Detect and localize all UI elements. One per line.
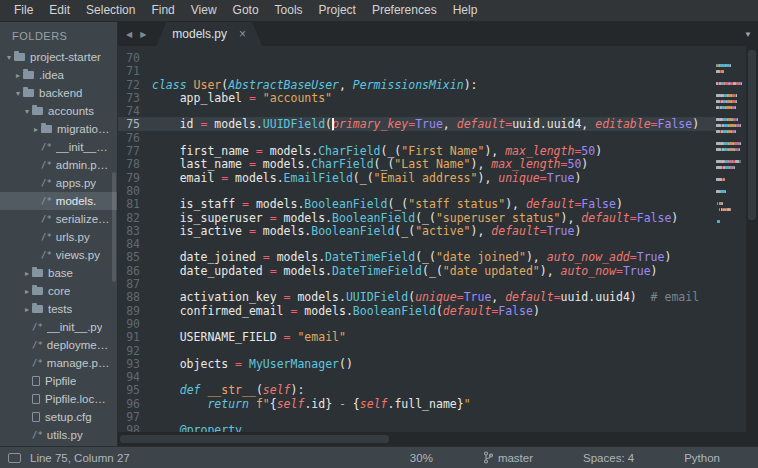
expand-arrow-icon[interactable]: ▾ [22,107,32,116]
tree-item[interactable]: /*apps.py [0,174,117,192]
tree-item[interactable]: ▾project-starter [0,48,117,66]
main-area: FOLDERS ▾project-starter▸.idea▾backend▾a… [0,22,758,446]
menu-find[interactable]: Find [143,0,182,21]
tree-item[interactable]: /*models. [0,192,117,210]
code-area[interactable]: 707172class User(AbstractBaseUser, Permi… [118,46,716,432]
code-line[interactable]: 86 date_updated = models.DateTimeField(_… [118,264,716,277]
indentation-setting[interactable]: Spaces: 4 [583,452,634,464]
expand-arrow-icon[interactable]: ▸ [22,287,32,296]
code-line[interactable]: 97 [118,410,716,423]
vertical-scrollbar-thumb[interactable] [748,50,756,220]
code-line[interactable]: 80 [118,184,716,197]
tab-forward-icon[interactable]: ▶ [140,30,146,39]
code-line[interactable]: 93 objects = MyUserManager() [118,357,716,370]
expand-arrow-icon[interactable]: ▾ [13,89,23,98]
code-line[interactable]: 87 [118,277,716,290]
tree-item[interactable]: ▾accounts [0,102,117,120]
tree-item[interactable]: setup.cfg [0,408,117,426]
code-line[interactable]: 88 activation_key = models.UUIDField(uni… [118,290,716,303]
code-line[interactable]: 83 is_active = models.BooleanField(_("ac… [118,224,716,237]
code-text [152,410,716,423]
expand-arrow-icon[interactable]: ▸ [22,269,32,278]
code-line[interactable]: 73 app_label = "accounts" [118,91,716,104]
tree-item[interactable]: /*serialize… [0,210,117,228]
code-line[interactable]: 74 [118,104,716,117]
expand-arrow-icon[interactable]: ▸ [13,71,23,80]
tree-item[interactable]: /*views.py [0,246,117,264]
tree-item[interactable]: /*__init__.py [0,318,117,336]
code-line[interactable]: 79 email = models.EmailField(_("Email ad… [118,171,716,184]
folder-icon [32,287,43,295]
horizontal-scrollbar[interactable] [118,432,758,446]
tree-item[interactable]: Pipfile.loc… [0,390,117,408]
tree-item[interactable]: Pipfile [0,372,117,390]
code-line[interactable]: 72class User(AbstractBaseUser, Permissio… [118,78,716,91]
sidebar-scrollbar[interactable] [112,172,116,282]
status-icon[interactable] [8,453,21,463]
code-line[interactable]: 71 [118,64,716,77]
tree-item[interactable]: /*urls.py [0,228,117,246]
code-line[interactable]: 81 is_staff = models.BooleanField(_("sta… [118,197,716,210]
menu-file[interactable]: File [6,0,41,21]
menu-selection[interactable]: Selection [78,0,143,21]
tree-item[interactable]: /*admin.p… [0,156,117,174]
tree-item[interactable]: /*deployme… [0,336,117,354]
python-file-icon: /* [41,196,52,206]
tree-item[interactable]: ▸core [0,282,117,300]
menu-tools[interactable]: Tools [267,0,311,21]
menu-project[interactable]: Project [311,0,364,21]
code-line[interactable]: 77 first_name = models.CharField(_("Firs… [118,144,716,157]
code-text: @property [152,423,716,432]
line-number: 94 [118,370,152,383]
tree-item[interactable]: ▸base [0,264,117,282]
code-line[interactable]: 90 [118,317,716,330]
code-text: def __str__(self): [152,383,716,396]
code-line[interactable]: 82 is_superuser = models.BooleanField(_(… [118,211,716,224]
tree-item[interactable]: ▸.idea [0,66,117,84]
menu-edit[interactable]: Edit [41,0,78,21]
code-line[interactable]: 92 [118,344,716,357]
code-line[interactable]: 76 [118,131,716,144]
syntax-selector[interactable]: Python [684,452,720,464]
folder-icon [32,305,43,313]
tree-item[interactable]: ▸tests [0,300,117,318]
code-line[interactable]: 94 [118,370,716,383]
tab-overflow-icon[interactable]: ▼ [738,22,758,46]
menu-goto[interactable]: Goto [225,0,267,21]
tree-item[interactable]: ▾backend [0,84,117,102]
code-line[interactable]: 78 last_name = models.CharField(_("Last … [118,157,716,170]
tree-item-label: base [48,267,73,279]
code-line[interactable]: 89 confirmed_email = models.BooleanField… [118,304,716,317]
expand-arrow-icon[interactable]: ▾ [4,53,14,62]
tab-label: models.py [172,27,227,41]
line-number: 78 [118,157,152,170]
tree-item[interactable]: /*manage.p… [0,354,117,372]
minimap[interactable] [716,46,746,432]
code-line[interactable]: 91 USERNAME_FIELD = "email" [118,330,716,343]
tab-close-icon[interactable]: × [239,27,246,41]
menu-view[interactable]: View [183,0,225,21]
vertical-scrollbar[interactable] [746,46,758,432]
code-text: date_joined = models.DateTimeField(_("da… [152,250,716,263]
tree-item[interactable]: /*__init__… [0,138,117,156]
horizontal-scrollbar-thumb[interactable] [120,435,389,443]
code-line[interactable]: 96 return f"{self.id} - {self.full_name}… [118,397,716,410]
menu-help[interactable]: Help [445,0,486,21]
expand-arrow-icon[interactable]: ▸ [31,125,41,134]
tree-item[interactable]: ▸migratio… [0,120,117,138]
git-branch[interactable]: master [483,451,533,464]
menu-preferences[interactable]: Preferences [364,0,445,21]
code-line[interactable]: 75 id = models.UUIDField(primary_key=Tru… [118,117,716,130]
code-line[interactable]: 84 [118,237,716,250]
line-number: 74 [118,104,152,117]
code-line[interactable]: 85 date_joined = models.DateTimeField(_(… [118,250,716,263]
tab-models-py[interactable]: models.py × [156,22,262,46]
tree-item[interactable]: /*utils.py [0,426,117,444]
expand-arrow-icon[interactable]: ▸ [22,305,32,314]
line-number: 93 [118,357,152,370]
code-text [152,370,716,383]
code-line[interactable]: 98 @property [118,423,716,432]
code-line[interactable]: 70 [118,51,716,64]
code-line[interactable]: 95 def __str__(self): [118,383,716,396]
tab-back-icon[interactable]: ◀ [126,30,132,39]
